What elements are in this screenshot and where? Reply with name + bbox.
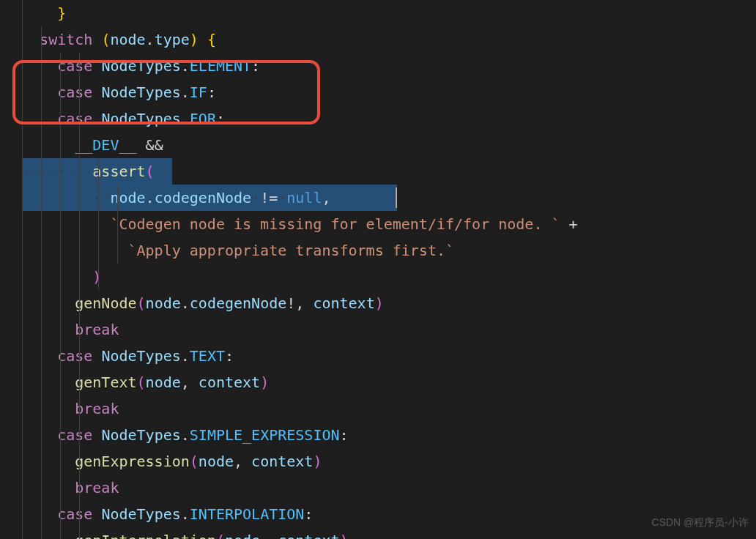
enum-member: ELEMENT: [190, 57, 251, 75]
identifier: codegenNode: [155, 189, 251, 207]
punct: ,: [322, 189, 330, 207]
paren: (: [137, 294, 146, 312]
paren: (: [92, 31, 110, 48]
identifier: context: [278, 532, 339, 539]
function-call: genExpression: [75, 453, 190, 470]
punct: :: [225, 347, 234, 365]
paren: ): [92, 268, 101, 286]
punct: ,: [234, 453, 251, 470]
keyword-break: break: [75, 400, 119, 417]
code-line[interactable]: break: [22, 316, 756, 343]
code-line[interactable]: ··node.codegenNode·!=·null,: [22, 185, 756, 211]
keyword-case: case: [57, 347, 92, 365]
code-line[interactable]: `Apply appropriate transforms first.`: [22, 237, 756, 264]
punct: .: [181, 83, 190, 101]
indent-guide: [60, 53, 61, 539]
punct: .: [181, 505, 190, 523]
code-line[interactable]: case NodeTypes.IF:: [22, 79, 756, 105]
identifier: context: [313, 294, 374, 312]
enum-member: INTERPOLATION: [190, 505, 305, 523]
code-line[interactable]: ········assert(: [22, 158, 756, 185]
indent-guide: [41, 26, 42, 539]
identifier: NodeTypes: [92, 347, 180, 365]
punct: :: [207, 83, 216, 101]
paren: (: [137, 373, 146, 391]
enum-member: TEXT: [190, 347, 225, 365]
punct: .: [181, 110, 190, 127]
string-literal: `Apply appropriate transforms first.`: [128, 242, 455, 259]
punct: .: [146, 31, 155, 48]
punct: .: [181, 57, 190, 75]
function-call: genNode: [75, 294, 136, 312]
punct: :: [251, 57, 260, 75]
identifier: node: [110, 189, 145, 207]
code-line[interactable]: genNode(node.codegenNode!, context): [22, 290, 756, 316]
null-literal: null: [286, 189, 322, 207]
code-line[interactable]: case NodeTypes.TEXT:: [22, 343, 756, 369]
watermark: CSDN @程序员-小许: [652, 509, 749, 535]
keyword-break: break: [75, 479, 119, 497]
punct: .: [181, 426, 190, 444]
punct: ,: [181, 373, 199, 391]
identifier: NodeTypes: [92, 426, 180, 444]
code-line[interactable]: case NodeTypes.INTERPOLATION:: [22, 501, 756, 527]
code-line[interactable]: ): [22, 264, 756, 290]
indent-guide: [98, 158, 99, 290]
keyword-switch: switch: [40, 31, 92, 48]
code-line[interactable]: break: [22, 395, 756, 422]
paren: (: [216, 532, 225, 539]
keyword-break: break: [75, 321, 119, 338]
code-line[interactable]: case NodeTypes.FOR:: [22, 105, 756, 132]
punct: .: [181, 347, 190, 365]
paren: ): [375, 294, 384, 312]
identifier: node: [110, 31, 145, 48]
identifier: NodeTypes: [92, 83, 180, 101]
function-call: genText: [75, 373, 136, 391]
code-line[interactable]: genText(node, context): [22, 369, 756, 395]
indent-guide: [22, 0, 23, 539]
whitespace: ·: [251, 189, 260, 207]
brace-close: }: [40, 4, 66, 22]
paren: (: [146, 163, 155, 180]
operator: !: [286, 294, 295, 312]
punct: .: [146, 189, 155, 207]
whitespace: ··: [92, 189, 110, 207]
enum-member: SIMPLE_EXPRESSION: [190, 426, 340, 444]
operator: !=: [260, 189, 278, 207]
enum-member: IF: [190, 83, 207, 101]
identifier: node: [146, 373, 181, 391]
paren: (: [190, 453, 199, 470]
code-line[interactable]: genExpression(node, context): [22, 448, 756, 475]
indent-guide: [79, 53, 80, 539]
code-line[interactable]: break: [22, 475, 756, 501]
operator: +: [560, 215, 578, 233]
identifier: NodeTypes: [92, 57, 180, 75]
code-line[interactable]: __DEV__ &&: [22, 132, 756, 158]
punct: ,: [260, 532, 278, 539]
code-editor[interactable]: } switch (node.type) { case NodeTypes.EL…: [0, 0, 756, 539]
code-line[interactable]: switch (node.type) {: [22, 26, 756, 53]
identifier: context: [199, 373, 260, 391]
identifier: codegenNode: [190, 294, 286, 312]
code-line[interactable]: `Codegen node is missing for element/if/…: [22, 211, 756, 237]
code-line[interactable]: case NodeTypes.SIMPLE_EXPRESSION:: [22, 422, 756, 448]
identifier: NodeTypes: [92, 110, 180, 127]
punct: :: [216, 110, 225, 127]
identifier: context: [251, 453, 313, 470]
punct: :: [304, 505, 313, 523]
identifier: node: [225, 532, 260, 539]
keyword-case: case: [57, 110, 92, 127]
punct: :: [340, 426, 349, 444]
punct: ,: [295, 294, 313, 312]
code-line[interactable]: }: [22, 0, 756, 26]
identifier: NodeTypes: [92, 505, 180, 523]
whitespace: ·: [278, 189, 286, 207]
string-literal: `Codegen node is missing for element/if/…: [110, 215, 560, 233]
whitespace: ········: [22, 163, 92, 180]
code-line[interactable]: genInterpolation(node, context): [22, 527, 756, 539]
indent-guide: [117, 185, 118, 264]
function-call: assert: [92, 163, 145, 180]
keyword-case: case: [57, 505, 92, 523]
identifier: node: [146, 294, 181, 312]
code-line[interactable]: case NodeTypes.ELEMENT:: [22, 53, 756, 79]
